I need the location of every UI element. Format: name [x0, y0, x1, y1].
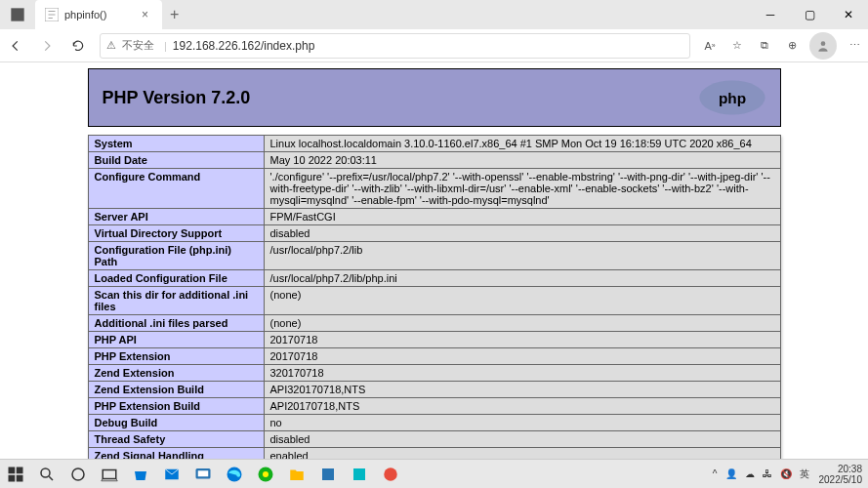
- svg-point-10: [72, 468, 84, 480]
- table-row: PHP API20170718: [88, 332, 780, 348]
- refresh-button[interactable]: [64, 32, 92, 60]
- table-row: Thread Safetydisabled: [88, 431, 780, 448]
- forward-button[interactable]: [33, 32, 61, 60]
- taskbar-app-mail[interactable]: [156, 460, 187, 489]
- config-value: disabled: [264, 431, 780, 448]
- table-row: Loaded Configuration File/usr/local/php7…: [88, 270, 780, 287]
- read-aloud-icon[interactable]: A»: [696, 32, 723, 60]
- config-key: Configure Command: [88, 169, 264, 209]
- table-row: Configuration File (php.ini) Path/usr/lo…: [88, 242, 780, 270]
- taskbar-app-security[interactable]: [312, 460, 344, 489]
- phpinfo-header: PHP Version 7.2.0 php: [88, 68, 781, 127]
- config-value: May 10 2022 20:03:11: [264, 152, 780, 169]
- task-view-icon[interactable]: [94, 460, 125, 489]
- menu-button[interactable]: ⋯: [841, 32, 868, 60]
- config-value: /usr/local/php7.2/lib: [264, 242, 780, 270]
- config-value: 20170718: [264, 332, 780, 348]
- taskbar-app-vmware[interactable]: [187, 460, 219, 489]
- tray-onedrive-icon[interactable]: ☁: [741, 468, 759, 479]
- minimize-button[interactable]: ─: [751, 0, 790, 29]
- svg-point-2: [821, 41, 826, 46]
- config-key: PHP Extension: [88, 348, 264, 365]
- taskbar-app-wubi[interactable]: [375, 460, 406, 489]
- svg-rect-14: [198, 470, 209, 476]
- config-key: PHP API: [88, 332, 264, 348]
- svg-rect-18: [322, 468, 334, 480]
- tray-volume-icon[interactable]: 🔇: [776, 468, 796, 479]
- config-key: Zend Extension Build: [88, 382, 264, 398]
- config-key: Zend Extension: [88, 365, 264, 382]
- tab-title: phpinfo(): [64, 9, 138, 20]
- maximize-button[interactable]: ▢: [790, 0, 829, 29]
- new-tab-button[interactable]: +: [162, 6, 186, 23]
- table-row: Server APIFPM/FastCGI: [88, 209, 780, 225]
- svg-point-17: [263, 471, 269, 477]
- svg-rect-5: [9, 467, 16, 473]
- back-button[interactable]: [2, 32, 29, 60]
- window-icon: [8, 5, 27, 24]
- taskbar-app-360[interactable]: [250, 460, 281, 489]
- config-value: 320170718: [264, 365, 780, 382]
- taskbar-app-store[interactable]: [125, 460, 156, 489]
- table-row: Configure Command'./configure' '--prefix…: [88, 169, 780, 209]
- config-value: 20170718: [264, 348, 780, 365]
- config-key: Debug Build: [88, 415, 264, 431]
- config-value: (none): [264, 315, 780, 332]
- security-label: 不安全: [122, 38, 154, 53]
- taskbar-app-edge[interactable]: [219, 460, 250, 489]
- config-key: Virtual Directory Support: [88, 225, 264, 242]
- table-row: Scan this dir for additional .ini files(…: [88, 287, 780, 315]
- config-key: Build Date: [88, 152, 264, 169]
- profile-avatar[interactable]: [809, 32, 837, 60]
- table-row: Debug Buildno: [88, 415, 780, 431]
- clock[interactable]: 20:38 2022/5/10: [813, 464, 869, 485]
- tray-chevron-icon[interactable]: ^: [709, 468, 722, 479]
- taskbar-app-explorer[interactable]: [281, 460, 312, 489]
- svg-rect-11: [103, 469, 116, 478]
- cortana-icon[interactable]: [62, 460, 94, 489]
- svg-rect-8: [17, 474, 23, 481]
- address-bar[interactable]: ⚠ 不安全 |: [100, 33, 690, 59]
- svg-point-20: [384, 468, 397, 481]
- browser-chrome: phpinfo() × + ─ ▢ ✕ ⚠ 不安全 | A» ☆ ⧉ ⊕ ⋯: [0, 0, 868, 62]
- config-value: (none): [264, 287, 780, 315]
- phpinfo-table: SystemLinux localhost.localdomain 3.10.0…: [88, 135, 781, 488]
- start-button[interactable]: [0, 460, 31, 489]
- svg-text:php: php: [718, 90, 745, 106]
- tray-network-icon[interactable]: 🖧: [759, 468, 776, 479]
- browser-right-icons: A» ☆ ⧉ ⊕ ⋯: [696, 32, 868, 60]
- taskbar: ^ 👤 ☁ 🖧 🔇 英 20:38 2022/5/10: [0, 459, 868, 488]
- tab-close-icon[interactable]: ×: [138, 8, 152, 21]
- svg-rect-7: [9, 474, 16, 481]
- page-content[interactable]: PHP Version 7.2.0 php SystemLinux localh…: [0, 62, 868, 488]
- config-key: Server API: [88, 209, 264, 225]
- config-value: Linux localhost.localdomain 3.10.0-1160.…: [264, 136, 780, 152]
- favorites-icon[interactable]: ☆: [723, 32, 751, 60]
- table-row: Zend Extension320170718: [88, 365, 780, 382]
- config-value: FPM/FastCGI: [264, 209, 780, 225]
- browser-tab[interactable]: phpinfo() ×: [35, 0, 162, 29]
- taskbar-app-music[interactable]: [344, 460, 375, 489]
- search-icon[interactable]: [31, 460, 62, 489]
- security-warning-icon[interactable]: ⚠: [106, 39, 116, 52]
- svg-rect-19: [353, 468, 365, 480]
- config-value: API320170718,NTS: [264, 382, 780, 398]
- table-row: SystemLinux localhost.localdomain 3.10.0…: [88, 136, 780, 152]
- config-value: no: [264, 415, 780, 431]
- config-key: System: [88, 136, 264, 152]
- collections-icon[interactable]: ⧉: [751, 32, 778, 60]
- window-controls: ─ ▢ ✕: [751, 0, 868, 29]
- url-input[interactable]: [173, 39, 683, 53]
- config-value: disabled: [264, 225, 780, 242]
- system-tray: ^ 👤 ☁ 🖧 🔇 英 20:38 2022/5/10: [709, 464, 868, 485]
- config-key: Thread Safety: [88, 431, 264, 448]
- config-key: Loaded Configuration File: [88, 270, 264, 287]
- tray-people-icon[interactable]: 👤: [722, 468, 741, 479]
- config-key: PHP Extension Build: [88, 398, 264, 415]
- table-row: Zend Extension BuildAPI320170718,NTS: [88, 382, 780, 398]
- title-bar: phpinfo() × + ─ ▢ ✕: [0, 0, 868, 29]
- tray-ime-icon[interactable]: 英: [796, 468, 813, 481]
- close-button[interactable]: ✕: [829, 0, 868, 29]
- extensions-icon[interactable]: ⊕: [778, 32, 806, 60]
- table-row: Virtual Directory Supportdisabled: [88, 225, 780, 242]
